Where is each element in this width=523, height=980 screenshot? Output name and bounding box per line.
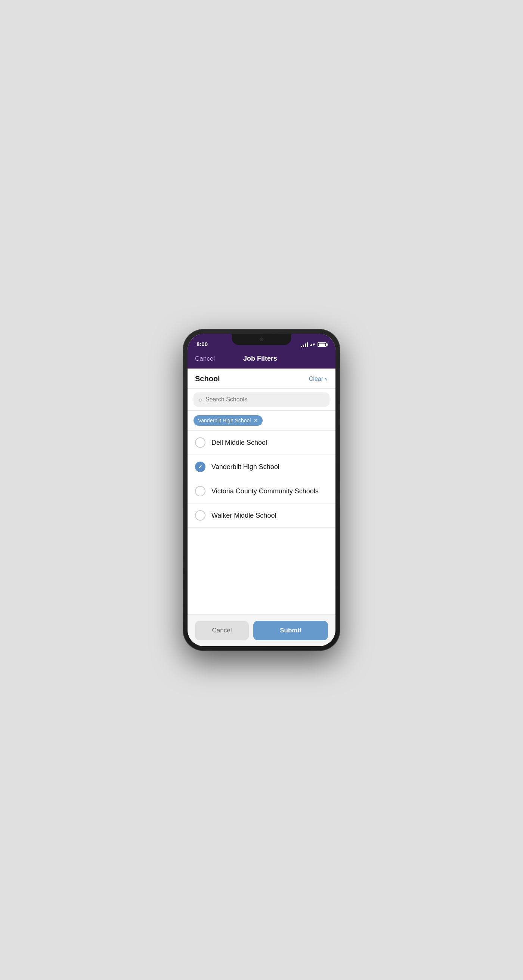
school-item-walker[interactable]: Walker Middle School <box>188 503 335 528</box>
radio-victoria[interactable] <box>195 486 205 496</box>
search-icon: ⌕ <box>199 396 202 403</box>
check-icon: ✓ <box>198 464 202 470</box>
school-name-victoria: Victoria County Community Schools <box>211 487 319 495</box>
search-input[interactable] <box>205 396 324 403</box>
radio-dell[interactable] <box>195 437 205 448</box>
clear-label: Clear <box>309 375 323 382</box>
status-time: 8:00 <box>197 341 208 347</box>
wifi-icon: ▴▾ <box>310 342 315 347</box>
tag-remove-button[interactable]: ✕ <box>254 418 258 423</box>
phone-screen: 8:00 ▴▾ Cancel Job Filters <box>188 334 335 646</box>
clear-button[interactable]: Clear ∨ <box>309 375 328 382</box>
school-item-vanderbilt[interactable]: ✓ Vanderbilt High School <box>188 455 335 479</box>
chevron-down-icon: ∨ <box>324 376 328 382</box>
notch-camera <box>260 337 263 341</box>
header-cancel-button[interactable]: Cancel <box>195 355 215 363</box>
section-header: School Clear ∨ <box>188 369 335 389</box>
bottom-bar: Cancel Submit <box>188 614 335 646</box>
search-bar: ⌕ <box>194 393 329 407</box>
school-name-dell: Dell Middle School <box>211 439 267 447</box>
radio-vanderbilt[interactable]: ✓ <box>195 461 205 472</box>
signal-icon <box>301 342 308 347</box>
school-item-victoria[interactable]: Victoria County Community Schools <box>188 479 335 503</box>
tag-label: Vanderbilt High School <box>198 417 251 423</box>
submit-button[interactable]: Submit <box>253 621 328 640</box>
section-title: School <box>195 374 220 383</box>
school-list: Dell Middle School ✓ Vanderbilt High Sch… <box>188 431 335 614</box>
header: Cancel Job Filters <box>188 350 335 369</box>
phone-frame: 8:00 ▴▾ Cancel Job Filters <box>183 329 340 651</box>
battery-icon <box>318 342 326 347</box>
school-item-dell[interactable]: Dell Middle School <box>188 431 335 455</box>
school-name-walker: Walker Middle School <box>211 512 276 520</box>
selected-tag: Vanderbilt High School ✕ <box>194 415 262 426</box>
header-title: Job Filters <box>243 355 277 363</box>
content-area: School Clear ∨ ⌕ Vanderbilt High School … <box>188 369 335 614</box>
bottom-cancel-button[interactable]: Cancel <box>195 621 249 640</box>
radio-walker[interactable] <box>195 510 205 521</box>
selected-tags-area: Vanderbilt High School ✕ <box>188 411 335 431</box>
status-icons: ▴▾ <box>301 342 326 347</box>
search-container: ⌕ <box>188 389 335 411</box>
school-name-vanderbilt: Vanderbilt High School <box>211 463 280 471</box>
notch <box>232 334 291 345</box>
